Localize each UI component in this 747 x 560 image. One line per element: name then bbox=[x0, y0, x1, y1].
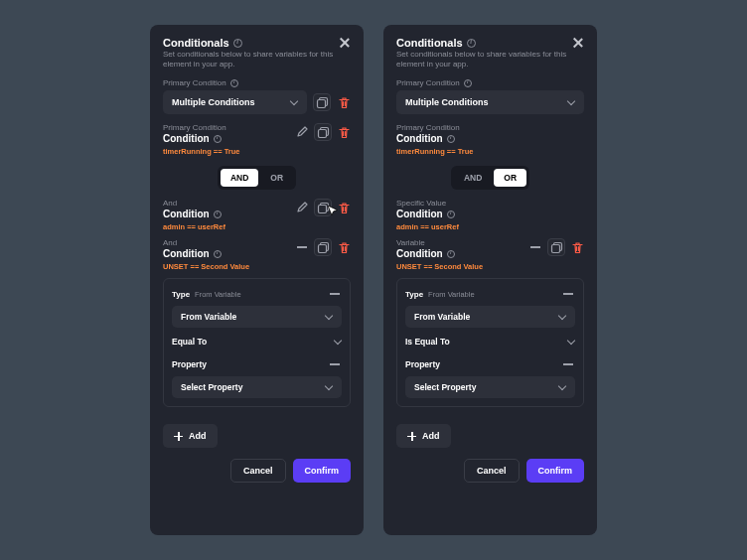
panel-title-text: Conditionals bbox=[163, 37, 229, 49]
type-select[interactable]: From Variable bbox=[172, 306, 342, 328]
condition-block: Primary Condition Condition timerRunning… bbox=[396, 123, 584, 156]
edit-button[interactable] bbox=[295, 125, 309, 139]
panel-footer: Cancel Confirm bbox=[396, 459, 584, 483]
condition-title: Condition bbox=[396, 248, 523, 260]
add-button[interactable]: Add bbox=[163, 424, 218, 448]
close-icon[interactable] bbox=[339, 37, 351, 49]
property-select[interactable]: Select Property bbox=[172, 376, 342, 398]
logic-pill-group: AND OR bbox=[451, 166, 529, 190]
condition-block: And Condition admin == userRef bbox=[163, 199, 351, 231]
cancel-button[interactable]: Cancel bbox=[230, 459, 286, 483]
delete-button[interactable] bbox=[337, 125, 351, 139]
plus-icon bbox=[174, 432, 183, 441]
minus-icon bbox=[563, 359, 573, 369]
collapse-button[interactable] bbox=[328, 357, 342, 371]
info-icon[interactable] bbox=[464, 79, 472, 87]
info-icon[interactable] bbox=[467, 39, 476, 48]
condition-expression: admin == userRef bbox=[163, 222, 289, 231]
copy-button[interactable] bbox=[547, 238, 565, 256]
minus-icon bbox=[297, 242, 307, 252]
logic-toggle: AND OR bbox=[163, 166, 351, 190]
delete-button[interactable] bbox=[337, 240, 351, 254]
logic-or[interactable]: OR bbox=[494, 169, 526, 187]
condition-label: Variable bbox=[396, 238, 523, 247]
property-select[interactable]: Select Property bbox=[405, 376, 575, 398]
info-icon[interactable] bbox=[230, 79, 238, 87]
chevron-down-icon bbox=[325, 313, 333, 321]
panel-header: Conditionals bbox=[163, 37, 351, 49]
type-header: TypeFrom Variable bbox=[172, 287, 342, 301]
condition-title: Condition bbox=[396, 209, 584, 220]
cancel-button[interactable]: Cancel bbox=[464, 459, 520, 483]
condition-block: Variable Condition UNSET == Second Value… bbox=[396, 238, 584, 407]
close-icon[interactable] bbox=[572, 37, 584, 49]
panel-subtitle: Set conditionals below to share variable… bbox=[396, 50, 584, 70]
condition-actions bbox=[295, 123, 351, 141]
minus-icon bbox=[330, 289, 340, 299]
confirm-button[interactable]: Confirm bbox=[526, 459, 585, 483]
condition-editor: TypeFrom Variable From Variable Is Equal… bbox=[396, 278, 584, 407]
condition-expression: admin == userRef bbox=[396, 222, 584, 231]
condition-label: And bbox=[163, 199, 289, 208]
logic-and[interactable]: AND bbox=[221, 169, 258, 187]
info-icon[interactable] bbox=[233, 39, 242, 48]
collapse-button[interactable] bbox=[561, 287, 575, 301]
edit-button[interactable] bbox=[295, 201, 309, 214]
condition-actions bbox=[295, 238, 351, 256]
logic-or[interactable]: OR bbox=[260, 169, 293, 187]
info-icon[interactable] bbox=[447, 210, 455, 218]
condition-label: Primary Condition bbox=[163, 123, 289, 132]
condition-expression: UNSET == Second Value bbox=[163, 262, 289, 271]
panel-header: Conditionals bbox=[396, 37, 584, 49]
chevron-down-icon bbox=[325, 383, 333, 391]
condition-title: Condition bbox=[163, 248, 289, 260]
primary-condition-row: Multiple Conditions bbox=[163, 90, 351, 114]
add-button[interactable]: Add bbox=[396, 424, 451, 448]
info-icon[interactable] bbox=[214, 250, 222, 258]
copy-button[interactable] bbox=[314, 238, 332, 256]
conditionals-panel-and: Conditionals Set conditionals below to s… bbox=[150, 25, 364, 535]
condition-actions bbox=[528, 238, 584, 256]
info-icon[interactable] bbox=[447, 250, 455, 258]
condition-label: Primary Condition bbox=[396, 123, 584, 132]
condition-expression: timerRunning == True bbox=[163, 147, 289, 156]
copy-button[interactable] bbox=[313, 93, 331, 111]
plus-icon bbox=[407, 432, 416, 441]
logic-and[interactable]: AND bbox=[454, 169, 492, 187]
primary-condition-select[interactable]: Multiple Conditions bbox=[163, 90, 307, 114]
type-header: TypeFrom Variable bbox=[405, 287, 575, 301]
minus-icon bbox=[330, 359, 340, 369]
condition-label: Specific Value bbox=[396, 199, 584, 208]
collapse-button[interactable] bbox=[328, 287, 342, 301]
collapse-button[interactable] bbox=[295, 240, 309, 254]
chevron-down-icon bbox=[558, 313, 566, 321]
chevron-down-icon bbox=[290, 98, 298, 106]
condition-title: Condition bbox=[163, 133, 289, 145]
info-icon[interactable] bbox=[214, 210, 222, 218]
confirm-button[interactable]: Confirm bbox=[293, 459, 352, 483]
comparison-row[interactable]: Is Equal To bbox=[405, 333, 575, 350]
info-icon[interactable] bbox=[214, 135, 222, 143]
info-icon[interactable] bbox=[447, 135, 455, 143]
delete-button[interactable] bbox=[337, 201, 351, 214]
condition-title: Condition bbox=[396, 133, 584, 145]
primary-condition-row: Multiple Conditions bbox=[396, 90, 584, 114]
comparison-row[interactable]: Equal To bbox=[172, 333, 342, 350]
type-select[interactable]: From Variable bbox=[405, 306, 575, 328]
condition-block: Specific Value Condition admin == userRe… bbox=[396, 199, 584, 231]
collapse-button[interactable] bbox=[528, 240, 542, 254]
delete-button[interactable] bbox=[337, 95, 351, 109]
primary-condition-select[interactable]: Multiple Conditions bbox=[396, 90, 584, 114]
panel-subtitle: Set conditionals below to share variable… bbox=[163, 50, 351, 70]
copy-button[interactable] bbox=[314, 123, 332, 141]
logic-pill-group: AND OR bbox=[218, 166, 296, 190]
condition-editor: TypeFrom Variable From Variable Equal To… bbox=[163, 278, 351, 407]
collapse-button[interactable] bbox=[561, 357, 575, 371]
condition-block: Primary Condition Condition timerRunning… bbox=[163, 123, 351, 156]
panel-title: Conditionals bbox=[163, 37, 242, 49]
copy-button[interactable] bbox=[314, 199, 332, 216]
delete-button[interactable] bbox=[570, 240, 584, 254]
logic-toggle: AND OR bbox=[396, 166, 584, 190]
condition-title: Condition bbox=[163, 209, 289, 220]
condition-expression: timerRunning == True bbox=[396, 147, 584, 156]
